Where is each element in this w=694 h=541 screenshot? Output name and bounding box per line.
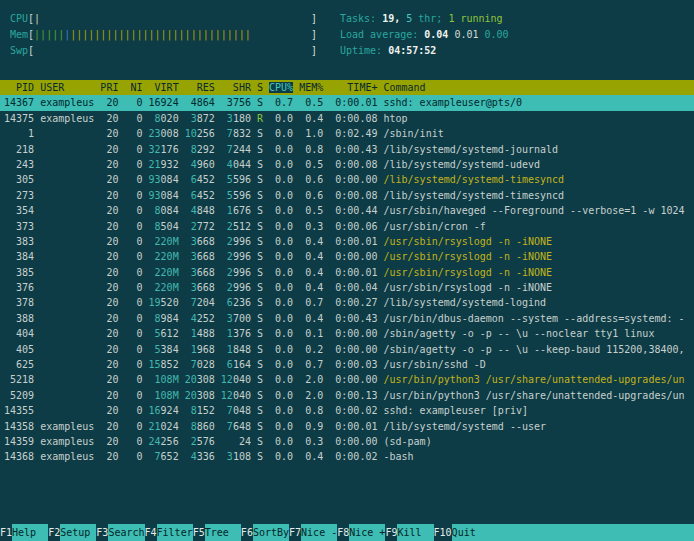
load-average-line: Load average: 0.04 0.01 0.00 (340, 27, 509, 43)
process-list: 14367 exampleus 20 0 16924 4864 3756 S 0… (0, 95, 694, 464)
fnkey-action-label: Tree (205, 524, 241, 541)
process-row[interactable]: 405 20 0 5384 1968 1848 S 0.0 0.2 0:00.0… (0, 342, 694, 357)
column-header-cpu[interactable]: CPU% (269, 82, 293, 93)
load-15min: 0.00 (485, 29, 509, 40)
fnkey-action-label: Nice + (349, 524, 385, 541)
fnkey-f6-sortby[interactable]: F6SortBy (241, 524, 289, 541)
fnkey-action-label: Nice - (301, 524, 337, 541)
process-table-header: PID USER PRI NI VIRT RES SHR S CPU% MEM%… (0, 80, 694, 95)
column-header-res[interactable]: RES (185, 82, 215, 93)
fnkey-key-label: F10 (434, 524, 452, 541)
column-header-virt[interactable]: VIRT (149, 82, 179, 93)
process-row[interactable]: 404 20 0 5612 1488 1376 S 0.0 0.1 0:00.0… (0, 326, 694, 341)
fnkey-f1-help[interactable]: F1Help (0, 524, 48, 541)
fnkey-f8-nice[interactable]: F8Nice + (337, 524, 385, 541)
process-row[interactable]: 376 20 0 220M 3668 2996 S 0.0 0.4 0:00.0… (0, 280, 694, 295)
threads-count: 5 (406, 13, 418, 24)
process-row[interactable]: 383 20 0 220M 3668 2996 S 0.0 0.4 0:00.0… (0, 234, 694, 249)
fnkey-key-label: F5 (193, 524, 205, 541)
fnkey-action-label: Search (108, 524, 144, 541)
process-row[interactable]: 14375 exampleus 20 0 8020 3872 3180 R 0.… (0, 111, 694, 126)
fnkey-action-label: Kill (397, 524, 433, 541)
fnkey-action-label: Help (12, 524, 48, 541)
fnkey-action-label: Filter (157, 524, 193, 541)
fnkey-f5-tree[interactable]: F5Tree (193, 524, 241, 541)
cpu-bar-segment-pale: | (34, 13, 40, 24)
cpu-meter-label: CPU (10, 13, 28, 24)
mem-meter-label: Mem (10, 29, 28, 40)
column-header-command[interactable]: Command (383, 82, 425, 93)
process-row[interactable]: 384 20 0 220M 3668 2996 S 0.0 0.4 0:00.0… (0, 249, 694, 264)
column-header-user[interactable]: USER (40, 82, 94, 93)
tasks-count: 19, (382, 13, 406, 24)
fnkey-f7-nice[interactable]: F7Nice - (289, 524, 337, 541)
load-5min: 0.01 (454, 29, 484, 40)
uptime-label: Uptime: (340, 45, 388, 56)
running-count: 1 running (448, 13, 502, 24)
fnkey-key-label: F4 (145, 524, 157, 541)
column-header-ni[interactable]: NI (124, 82, 142, 93)
swp-meter[interactable]: Swp[] (10, 43, 317, 59)
process-row[interactable]: 14367 exampleus 20 0 16924 4864 3756 S 0… (0, 95, 694, 110)
htop-terminal: CPU[|] Mem[|||||||||||||||||||||||||||||… (0, 0, 694, 541)
load-1min: 0.04 (424, 29, 454, 40)
fnkey-key-label: F7 (289, 524, 301, 541)
process-row[interactable]: 354 20 0 8084 4848 1676 S 0.0 0.5 0:00.4… (0, 203, 694, 218)
fnkey-key-label: F1 (0, 524, 12, 541)
fnkey-action-label: Quit (452, 524, 694, 541)
cpu-meter-close-bracket: ] (311, 13, 317, 24)
process-row[interactable]: 1 20 0 23008 10256 7832 S 0.0 1.0 0:02.4… (0, 126, 694, 141)
fnkey-f4-filter[interactable]: F4Filter (145, 524, 193, 541)
column-header-time[interactable]: TIME+ (329, 82, 377, 93)
fnkey-action-label: SortBy (253, 524, 289, 541)
process-row[interactable]: 14358 exampleus 20 0 21024 8860 7648 S 0… (0, 419, 694, 434)
fnkey-key-label: F3 (96, 524, 108, 541)
fnkey-f10-quit[interactable]: F10Quit (434, 524, 694, 541)
column-header-shr[interactable]: SHR (221, 82, 251, 93)
swp-meter-label: Swp (10, 45, 28, 56)
mem-bar-segment-green: ||||| (34, 29, 64, 40)
mem-bar-segment-yellow: |||||||||||||||||||||||||||||| (70, 29, 251, 40)
column-header-pid[interactable]: PID (4, 82, 34, 93)
process-row[interactable]: 5209 20 0 108M 20308 12040 S 0.0 2.0 0:0… (0, 388, 694, 403)
process-row[interactable]: 218 20 0 32176 8292 7244 S 0.0 0.8 0:00.… (0, 142, 694, 157)
process-row[interactable]: 373 20 0 8504 2772 2512 S 0.0 0.3 0:00.0… (0, 219, 694, 234)
fnkey-key-label: F9 (385, 524, 397, 541)
cpu-meter[interactable]: CPU[|] (10, 11, 317, 27)
uptime-value: 04:57:52 (388, 45, 436, 56)
mem-meter-bars: |||||||||||||||||||||||||||||||||||| (34, 27, 311, 43)
process-row[interactable]: 305 20 0 93084 6452 5596 S 0.0 0.6 0:00.… (0, 172, 694, 187)
fnkey-key-label: F8 (337, 524, 349, 541)
process-row[interactable]: 378 20 0 19520 7204 6236 S 0.0 0.7 0:00.… (0, 295, 694, 310)
column-header-pri[interactable]: PRI (100, 82, 118, 93)
threads-label: thr; (418, 13, 448, 24)
process-row[interactable]: 14355 20 0 16924 8152 7048 S 0.0 0.8 0:0… (0, 403, 694, 418)
cpu-meter-bars: | (34, 11, 311, 27)
mem-meter-close-bracket: ] (311, 29, 317, 40)
fnkey-key-label: F2 (48, 524, 60, 541)
process-row[interactable]: 625 20 0 15852 7028 6164 S 0.0 0.7 0:00.… (0, 357, 694, 372)
uptime-line: Uptime: 04:57:52 (340, 43, 509, 59)
tasks-line: Tasks: 19, 5 thr; 1 running (340, 11, 509, 27)
header-stats: Tasks: 19, 5 thr; 1 running Load average… (340, 11, 509, 59)
process-row[interactable]: 14368 exampleus 20 0 7652 4336 3108 S 0.… (0, 449, 694, 464)
swp-meter-close-bracket: ] (311, 45, 317, 56)
function-key-bar: F1Help F2Setup F3SearchF4FilterF5Tree F6… (0, 524, 694, 541)
swp-meter-open-bracket: [ (28, 45, 34, 56)
load-average-label: Load average: (340, 29, 424, 40)
fnkey-f2-setup[interactable]: F2Setup (48, 524, 96, 541)
fnkey-f9-kill[interactable]: F9Kill (385, 524, 433, 541)
process-row[interactable]: 273 20 0 93084 6452 5596 S 0.0 0.6 0:00.… (0, 188, 694, 203)
process-row[interactable]: 5218 20 0 108M 20308 12040 S 0.0 2.0 0:0… (0, 372, 694, 387)
fnkey-key-label: F6 (241, 524, 253, 541)
process-row[interactable]: 14359 exampleus 20 0 24256 2576 24 S 0.0… (0, 434, 694, 449)
column-header-mem[interactable]: MEM% (299, 82, 323, 93)
process-row[interactable]: 385 20 0 220M 3668 2996 S 0.0 0.4 0:00.0… (0, 265, 694, 280)
mem-meter[interactable]: Mem[||||||||||||||||||||||||||||||||||||… (10, 27, 317, 43)
process-row[interactable]: 243 20 0 21932 4960 4044 S 0.0 0.5 0:00.… (0, 157, 694, 172)
fnkey-action-label: Setup (60, 524, 96, 541)
tasks-label: Tasks: (340, 13, 382, 24)
fnkey-f3-search[interactable]: F3Search (96, 524, 144, 541)
process-row[interactable]: 388 20 0 8984 4252 3700 S 0.0 0.4 0:00.4… (0, 311, 694, 326)
